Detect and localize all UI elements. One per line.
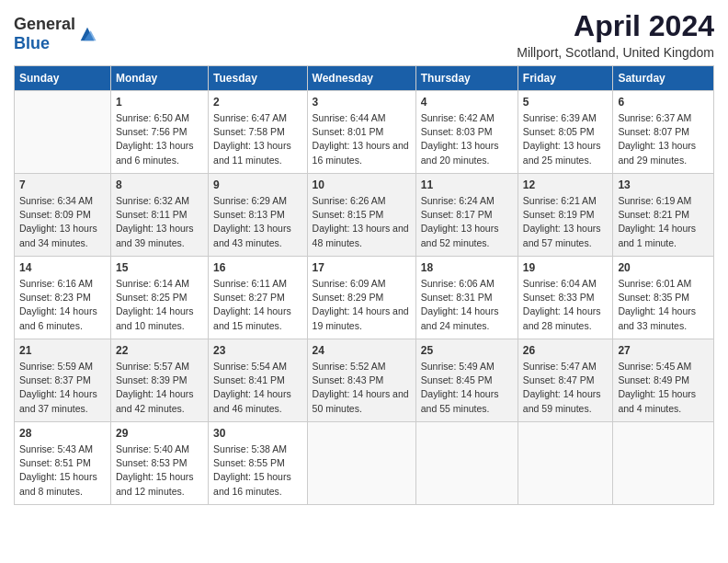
day-number: 15 [116, 261, 203, 274]
header: General Blue April 2024 Millport, Scotla… [14, 9, 714, 60]
calendar-cell [307, 422, 415, 505]
cell-info: Sunrise: 6:29 AMSunset: 8:13 PMDaylight:… [213, 194, 302, 250]
day-number: 18 [421, 261, 513, 274]
calendar-cell: 9Sunrise: 6:29 AMSunset: 8:13 PMDaylight… [209, 174, 308, 257]
calendar-cell: 20Sunrise: 6:01 AMSunset: 8:35 PMDayligh… [613, 257, 714, 339]
calendar-cell: 19Sunrise: 6:04 AMSunset: 8:33 PMDayligh… [518, 257, 613, 339]
logo-text: General Blue [14, 15, 75, 53]
calendar-cell: 6Sunrise: 6:37 AMSunset: 8:07 PMDaylight… [613, 91, 714, 174]
calendar-cell: 29Sunrise: 5:40 AMSunset: 8:53 PMDayligh… [110, 422, 208, 505]
day-number: 30 [213, 427, 302, 440]
cell-info: Sunrise: 5:47 AMSunset: 8:47 PMDaylight:… [523, 360, 609, 416]
day-number: 27 [618, 344, 709, 357]
day-number: 20 [618, 261, 709, 274]
day-header-wednesday: Wednesday [307, 66, 415, 91]
calendar-cell: 14Sunrise: 6:16 AMSunset: 8:23 PMDayligh… [15, 257, 111, 339]
cell-info: Sunrise: 6:19 AMSunset: 8:21 PMDaylight:… [618, 194, 709, 250]
day-header-tuesday: Tuesday [209, 66, 308, 91]
day-number: 17 [313, 261, 411, 274]
cell-info: Sunrise: 6:06 AMSunset: 8:31 PMDaylight:… [421, 277, 513, 333]
day-header-thursday: Thursday [415, 66, 518, 91]
logo-icon [77, 24, 97, 44]
day-number: 28 [19, 427, 106, 440]
week-row-2: 7Sunrise: 6:34 AMSunset: 8:09 PMDaylight… [15, 174, 714, 257]
calendar-cell: 3Sunrise: 6:44 AMSunset: 8:01 PMDaylight… [307, 91, 415, 174]
calendar-cell: 16Sunrise: 6:11 AMSunset: 8:27 PMDayligh… [209, 257, 308, 339]
cell-info: Sunrise: 6:50 AMSunset: 7:56 PMDaylight:… [116, 111, 203, 167]
calendar-cell: 11Sunrise: 6:24 AMSunset: 8:17 PMDayligh… [415, 174, 518, 257]
day-number: 22 [116, 344, 203, 357]
day-number: 2 [213, 96, 302, 109]
calendar-cell: 12Sunrise: 6:21 AMSunset: 8:19 PMDayligh… [518, 174, 613, 257]
cell-info: Sunrise: 5:45 AMSunset: 8:49 PMDaylight:… [618, 360, 709, 416]
day-number: 16 [213, 261, 302, 274]
calendar-table: SundayMondayTuesdayWednesdayThursdayFrid… [14, 65, 714, 505]
cell-info: Sunrise: 6:37 AMSunset: 8:07 PMDaylight:… [618, 111, 709, 167]
calendar-cell: 7Sunrise: 6:34 AMSunset: 8:09 PMDaylight… [15, 174, 111, 257]
day-number: 26 [523, 344, 609, 357]
subtitle: Millport, Scotland, United Kingdom [517, 45, 714, 60]
day-number: 21 [19, 344, 106, 357]
logo-general: General [14, 15, 75, 33]
calendar-cell: 24Sunrise: 5:52 AMSunset: 8:43 PMDayligh… [307, 339, 415, 422]
day-number: 4 [421, 96, 513, 109]
day-number: 3 [313, 96, 411, 109]
week-row-5: 28Sunrise: 5:43 AMSunset: 8:51 PMDayligh… [15, 422, 714, 505]
calendar-cell: 4Sunrise: 6:42 AMSunset: 8:03 PMDaylight… [415, 91, 518, 174]
cell-info: Sunrise: 6:26 AMSunset: 8:15 PMDaylight:… [313, 194, 411, 250]
calendar-cell: 30Sunrise: 5:38 AMSunset: 8:55 PMDayligh… [209, 422, 308, 505]
calendar-cell: 1Sunrise: 6:50 AMSunset: 7:56 PMDaylight… [110, 91, 208, 174]
cell-info: Sunrise: 5:38 AMSunset: 8:55 PMDaylight:… [213, 442, 302, 499]
cell-info: Sunrise: 6:24 AMSunset: 8:17 PMDaylight:… [421, 194, 513, 250]
week-row-1: 1Sunrise: 6:50 AMSunset: 7:56 PMDaylight… [15, 91, 714, 174]
calendar-cell [518, 422, 613, 505]
calendar-cell: 27Sunrise: 5:45 AMSunset: 8:49 PMDayligh… [613, 339, 714, 422]
day-number: 19 [523, 261, 609, 274]
logo-blue: Blue [14, 34, 50, 52]
cell-info: Sunrise: 6:32 AMSunset: 8:11 PMDaylight:… [116, 194, 203, 250]
day-header-monday: Monday [110, 66, 208, 91]
cell-info: Sunrise: 6:04 AMSunset: 8:33 PMDaylight:… [523, 277, 609, 333]
day-number: 8 [116, 178, 203, 191]
calendar-cell: 2Sunrise: 6:47 AMSunset: 7:58 PMDaylight… [209, 91, 308, 174]
cell-info: Sunrise: 6:16 AMSunset: 8:23 PMDaylight:… [19, 277, 106, 333]
day-number: 7 [19, 178, 106, 191]
day-number: 6 [618, 96, 709, 109]
day-number: 29 [116, 427, 203, 440]
calendar-cell [15, 91, 111, 174]
cell-info: Sunrise: 5:43 AMSunset: 8:51 PMDaylight:… [19, 442, 106, 499]
title-area: April 2024 Millport, Scotland, United Ki… [517, 9, 714, 60]
day-number: 13 [618, 178, 709, 191]
cell-info: Sunrise: 6:11 AMSunset: 8:27 PMDaylight:… [213, 277, 302, 333]
calendar-cell: 10Sunrise: 6:26 AMSunset: 8:15 PMDayligh… [307, 174, 415, 257]
day-number: 9 [213, 178, 302, 191]
day-number: 12 [523, 178, 609, 191]
calendar-cell [613, 422, 714, 505]
calendar-cell: 28Sunrise: 5:43 AMSunset: 8:51 PMDayligh… [15, 422, 111, 505]
cell-info: Sunrise: 6:21 AMSunset: 8:19 PMDaylight:… [523, 194, 609, 250]
week-row-4: 21Sunrise: 5:59 AMSunset: 8:37 PMDayligh… [15, 339, 714, 422]
calendar-cell: 21Sunrise: 5:59 AMSunset: 8:37 PMDayligh… [15, 339, 111, 422]
logo: General Blue [14, 15, 97, 53]
day-number: 1 [116, 96, 203, 109]
cell-info: Sunrise: 5:57 AMSunset: 8:39 PMDaylight:… [116, 360, 203, 416]
calendar-cell: 17Sunrise: 6:09 AMSunset: 8:29 PMDayligh… [307, 257, 415, 339]
day-header-friday: Friday [518, 66, 613, 91]
cell-info: Sunrise: 6:42 AMSunset: 8:03 PMDaylight:… [421, 111, 513, 167]
cell-info: Sunrise: 6:47 AMSunset: 7:58 PMDaylight:… [213, 111, 302, 167]
calendar-cell: 15Sunrise: 6:14 AMSunset: 8:25 PMDayligh… [110, 257, 208, 339]
day-number: 25 [421, 344, 513, 357]
day-header-saturday: Saturday [613, 66, 714, 91]
cell-info: Sunrise: 6:14 AMSunset: 8:25 PMDaylight:… [116, 277, 203, 333]
calendar-cell: 26Sunrise: 5:47 AMSunset: 8:47 PMDayligh… [518, 339, 613, 422]
days-header-row: SundayMondayTuesdayWednesdayThursdayFrid… [15, 66, 714, 91]
cell-info: Sunrise: 6:01 AMSunset: 8:35 PMDaylight:… [618, 277, 709, 333]
day-number: 11 [421, 178, 513, 191]
main-title: April 2024 [517, 9, 714, 43]
day-header-sunday: Sunday [15, 66, 111, 91]
cell-info: Sunrise: 6:39 AMSunset: 8:05 PMDaylight:… [523, 111, 609, 167]
day-number: 24 [313, 344, 411, 357]
calendar-cell: 22Sunrise: 5:57 AMSunset: 8:39 PMDayligh… [110, 339, 208, 422]
calendar-cell: 25Sunrise: 5:49 AMSunset: 8:45 PMDayligh… [415, 339, 518, 422]
week-row-3: 14Sunrise: 6:16 AMSunset: 8:23 PMDayligh… [15, 257, 714, 339]
